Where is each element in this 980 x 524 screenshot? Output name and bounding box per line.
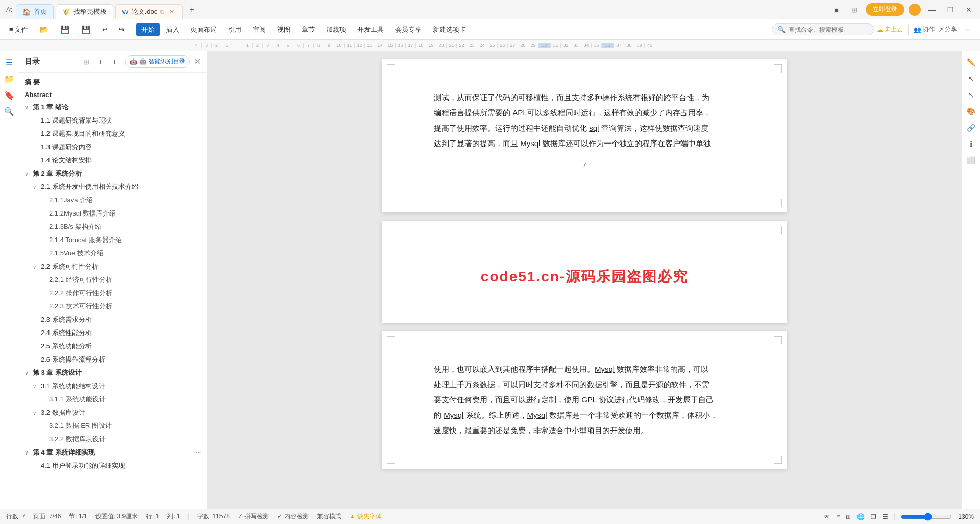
rt-info-icon[interactable]: ℹ [964, 137, 978, 151]
toc-toggle-23[interactable]: ∨ [33, 384, 39, 389]
toc-toggle-22[interactable]: ∨ [24, 370, 31, 376]
share-button[interactable]: ↗ 分享 [938, 25, 957, 34]
close-button[interactable]: ✕ [962, 3, 976, 17]
toc-toggle-25[interactable]: ∨ [33, 410, 39, 416]
restore-button[interactable]: ❐ [943, 3, 958, 17]
toc-item-13[interactable]: 2.1.5Vue 技术介绍 [18, 247, 207, 260]
menu-open[interactable]: 📂 [34, 23, 54, 36]
toc-item-22[interactable]: ∨第 3 章 系统设计 [18, 366, 207, 379]
toc-item-10[interactable]: 2.1.2Mysql 数据库介绍 [18, 207, 207, 220]
status-line[interactable]: 行: 1 [146, 512, 159, 521]
toc-panel-icon[interactable]: ☰ [2, 55, 16, 69]
toc-item-5[interactable]: 1.3 课题研究内容 [18, 140, 207, 154]
status-row[interactable]: 行数: 7 [6, 512, 25, 521]
status-settings[interactable]: 设置值: 3.9厘米 [95, 512, 138, 521]
menu-pagelayout[interactable]: 页面布局 [185, 23, 222, 36]
rt-link-icon[interactable]: 🔗 [964, 121, 978, 135]
toc-item-8[interactable]: ∨2.1 系统开发中使用相关技术介绍 [18, 180, 207, 194]
login-button[interactable]: 立即登录 [866, 3, 904, 16]
rt-expand-icon[interactable]: ⤡ [964, 88, 978, 102]
toc-item-15[interactable]: 2.2.1 经济可行性分析 [18, 273, 207, 287]
status-font[interactable]: ▲ 缺失字体 [350, 512, 382, 521]
menu-save2[interactable]: 💾 [76, 23, 96, 36]
menu-dev[interactable]: 开发工具 [352, 23, 389, 36]
status-eye-icon[interactable]: 👁 [824, 513, 830, 520]
menu-file[interactable]: ≡ 文件 [4, 23, 33, 36]
zoom-value[interactable]: 130% [958, 513, 974, 520]
status-page[interactable]: 页面: 7/46 [33, 512, 61, 521]
tab-doc-close[interactable]: ✕ [167, 8, 176, 16]
toc-item-21[interactable]: 2.6 系统操作流程分析 [18, 353, 207, 366]
toc-more-28[interactable]: ··· [195, 449, 201, 456]
toc-item-25[interactable]: ∨3.2 数据库设计 [18, 406, 207, 419]
toc-item-12[interactable]: 2.1.4 Tomcat 服务器介绍 [18, 233, 207, 247]
toc-item-3[interactable]: 1.1 课题研究背景与现状 [18, 114, 207, 127]
toc-toggle-2[interactable]: ∨ [24, 105, 31, 110]
toc-item-1[interactable]: Abstract [18, 89, 207, 101]
menu-member[interactable]: 会员专享 [390, 23, 427, 36]
grid-btn[interactable]: ⊞ [847, 3, 862, 17]
status-grid-icon[interactable]: ⊞ [846, 513, 851, 520]
status-globe-icon[interactable]: 🌐 [857, 513, 865, 520]
rt-palette-icon[interactable]: 🎨 [964, 104, 978, 118]
find-panel-icon[interactable]: 🔍 [2, 104, 16, 118]
page2-content[interactable]: 使用，也可以嵌入到其他程序中搭配一起使用。Mysql 数据库效率非常的高，可以 … [419, 362, 750, 438]
sidebar-close-btn[interactable]: ✕ [194, 57, 201, 66]
status-expand-icon[interactable]: ❐ [871, 513, 876, 520]
menu-redo[interactable]: ↪ [114, 23, 130, 35]
menu-review[interactable]: 审阅 [248, 23, 271, 36]
menu-ref[interactable]: 引用 [223, 23, 247, 36]
sidebar-add-item1[interactable]: + [94, 56, 107, 68]
toc-item-6[interactable]: 1.4 论文结构安排 [18, 154, 207, 167]
sidebar-collapse-all[interactable]: ⊞ [80, 56, 92, 68]
toc-item-24[interactable]: 3.1.1 系统功能设计 [18, 393, 207, 406]
toc-item-4[interactable]: 1.2 课题实现目的和研究意义 [18, 127, 207, 140]
search-box[interactable]: 🔍 [772, 23, 874, 35]
zoom-slider[interactable] [901, 513, 952, 521]
status-compat[interactable]: 兼容模式 [317, 512, 341, 521]
menu-save1[interactable]: 💾 [55, 23, 75, 36]
status-layout-icon[interactable]: ☰ [883, 513, 888, 520]
menu-undo[interactable]: ↩ [97, 23, 113, 35]
toc-toggle-14[interactable]: ∨ [33, 264, 39, 270]
menu-chapter[interactable]: 章节 [297, 23, 320, 36]
status-chars[interactable]: 字数: 11578 [197, 512, 230, 521]
cloud-button[interactable]: ☁ 未上云 [877, 25, 903, 34]
toc-item-14[interactable]: ∨2.2 系统可行性分析 [18, 260, 207, 273]
files-panel-icon[interactable]: 📁 [2, 72, 16, 86]
tab-doc[interactable]: W 论文.doc ⧉ ✕ [115, 4, 183, 19]
toc-item-11[interactable]: 2.1.3B/s 架构介绍 [18, 220, 207, 233]
toc-toggle-28[interactable]: ∨ [24, 450, 31, 456]
menu-newtab[interactable]: 新建选项卡 [428, 23, 471, 36]
toc-item-18[interactable]: 2.3 系统需求分析 [18, 313, 207, 326]
toc-item-0[interactable]: 摘 要 [18, 76, 207, 89]
status-list-icon[interactable]: ≡ [836, 513, 840, 520]
rt-expand2-icon[interactable]: ⬜ [964, 153, 978, 168]
toc-toggle-8[interactable]: ∨ [33, 184, 39, 190]
toc-toggle-7[interactable]: ∨ [24, 171, 31, 177]
rt-cursor-icon[interactable]: ↖ [964, 72, 978, 86]
toc-item-9[interactable]: 2.1.1Java 介绍 [18, 194, 207, 207]
toc-item-27[interactable]: 3.2.2 数据库表设计 [18, 433, 207, 446]
menu-more[interactable]: ··· [960, 23, 976, 35]
toc-item-23[interactable]: ∨3.1 系统功能结构设计 [18, 379, 207, 393]
toc-item-2[interactable]: ∨第 1 章 绪论 [18, 101, 207, 114]
document-area[interactable]: 测试，从而保证了代码的可移植性，而且支持多种操作系统有很好的跨平台性，为 编程语… [207, 51, 962, 509]
menu-addon[interactable]: 加载项 [321, 23, 351, 36]
page1-content[interactable]: 测试，从而保证了代码的可移植性，而且支持多种操作系统有很好的跨平台性，为 编程语… [419, 90, 750, 151]
sidebar-add-item2[interactable]: + [109, 56, 121, 68]
toc-item-20[interactable]: 2.5 系统功能分析 [18, 340, 207, 353]
menu-view[interactable]: 视图 [272, 23, 296, 36]
layout-btn[interactable]: ▣ [829, 3, 843, 17]
minimize-button[interactable]: — [925, 3, 939, 17]
toc-item-26[interactable]: 3.2.1 数据 ER 图设计 [18, 419, 207, 433]
ai-recognize-btn[interactable]: 🤖 🤖 智能识别目录 [125, 55, 190, 68]
tab-template[interactable]: 🌾 找稻壳模板 [56, 4, 113, 19]
status-section[interactable]: 节: 1/1 [69, 512, 87, 521]
toc-item-16[interactable]: 2.2.2 操作可行性分析 [18, 287, 207, 300]
tab-home[interactable]: 🏠 首页 [16, 4, 54, 19]
menu-start[interactable]: 开始 [136, 23, 160, 36]
toc-item-19[interactable]: 2.4 系统性能分析 [18, 326, 207, 340]
status-col[interactable]: 列: 1 [167, 512, 180, 521]
status-content-check[interactable]: ✓ 内容检测 [277, 512, 308, 521]
